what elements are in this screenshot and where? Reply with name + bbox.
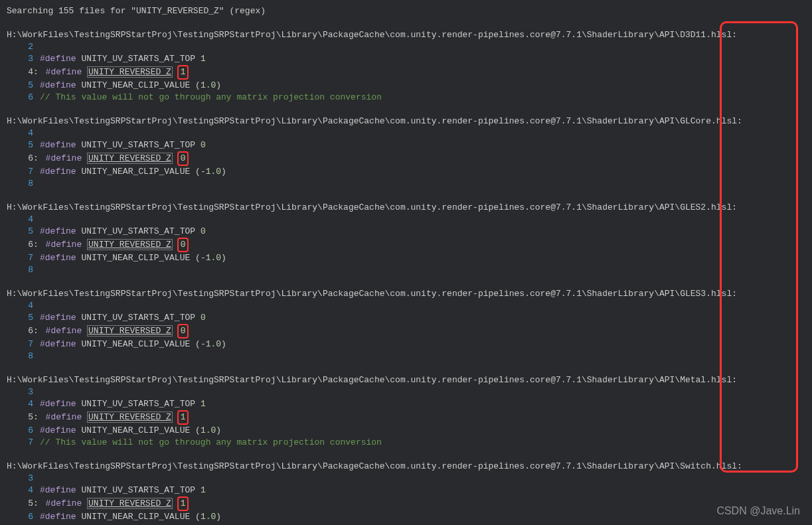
- line-number: 4: [7, 214, 33, 226]
- define-identifier: UNITY_REVERSED_Z: [87, 239, 173, 250]
- define-identifier: UNITY_NEAR_CLIP_VALUE: [81, 425, 190, 435]
- define-identifier: UNITY_UV_STARTS_AT_TOP: [81, 485, 195, 495]
- match-indicator: :: [33, 153, 44, 163]
- line-number: 3: [7, 53, 33, 65]
- line-number: 7: [7, 166, 33, 178]
- annotation-box-value: 0: [177, 151, 189, 166]
- file-result-block: H:\WorkFiles\TestingSRPStartProj\Testing…: [7, 374, 812, 449]
- define-value: 0: [181, 326, 186, 336]
- match-indicator: :: [33, 67, 44, 77]
- line-number: 4: [7, 485, 33, 496]
- code-line[interactable]: 4: #define UNITY_REVERSED_Z 1: [7, 65, 812, 80]
- code-line[interactable]: 5#define UNITY_UV_STARTS_AT_TOP 0: [7, 139, 812, 151]
- file-path[interactable]: H:\WorkFiles\TestingSRPStartProj\Testing…: [7, 115, 812, 127]
- define-identifier: UNITY_REVERSED_Z: [87, 325, 173, 337]
- annotation-box-value: 1: [177, 496, 189, 511]
- preprocessor-keyword: #define: [40, 339, 76, 349]
- define-value: 0: [201, 140, 206, 150]
- code-line[interactable]: 8: [7, 350, 812, 362]
- code-line[interactable]: 5#define UNITY_NEAR_CLIP_VALUE (1.0): [7, 80, 812, 92]
- file-path[interactable]: H:\WorkFiles\TestingSRPStartProj\Testing…: [7, 29, 812, 41]
- annotation-box-value: 0: [177, 324, 189, 338]
- line-number: 7: [7, 338, 33, 350]
- line-number: 4: [7, 127, 33, 139]
- annotation-box-value: 1: [177, 410, 189, 425]
- line-number: 5: [7, 139, 33, 151]
- code-line[interactable]: 8: [7, 264, 812, 276]
- preprocessor-keyword: #define: [46, 67, 82, 77]
- define-value: 1.0: [206, 253, 221, 263]
- code-line[interactable]: 5#define UNITY_UV_STARTS_AT_TOP 0: [7, 226, 812, 238]
- define-identifier: UNITY_REVERSED_Z: [87, 412, 173, 423]
- code-line[interactable]: 7#define UNITY_NEAR_CLIP_VALUE (-1.0): [7, 338, 812, 350]
- line-number: 8: [7, 350, 33, 362]
- preprocessor-keyword: #define: [40, 80, 76, 90]
- code-line[interactable]: 4#define UNITY_UV_STARTS_AT_TOP 1: [7, 398, 812, 410]
- code-line[interactable]: 5#define UNITY_UV_STARTS_AT_TOP 0: [7, 312, 812, 324]
- code-line[interactable]: 7#define UNITY_NEAR_CLIP_VALUE (-1.0): [7, 166, 812, 178]
- code-line[interactable]: 5: #define UNITY_REVERSED_Z 1: [7, 496, 812, 511]
- line-number: 8: [7, 264, 33, 276]
- code-line[interactable]: 3: [7, 473, 812, 485]
- preprocessor-keyword: #define: [40, 253, 76, 263]
- code-line[interactable]: 6// This value will not go through any m…: [7, 92, 812, 104]
- code-line[interactable]: 5: #define UNITY_REVERSED_Z 1: [7, 410, 812, 425]
- define-identifier: UNITY_UV_STARTS_AT_TOP: [81, 140, 195, 150]
- define-identifier: UNITY_NEAR_CLIP_VALUE: [81, 253, 190, 263]
- code-line[interactable]: 3: [7, 386, 812, 398]
- line-number: 5: [7, 226, 33, 238]
- define-identifier: UNITY_REVERSED_Z: [87, 153, 173, 164]
- preprocessor-keyword: #define: [40, 512, 76, 522]
- define-identifier: UNITY_UV_STARTS_AT_TOP: [81, 313, 195, 323]
- comment-text: // This value will not go through any ma…: [40, 92, 382, 102]
- define-value: 0: [181, 240, 186, 250]
- define-identifier: UNITY_UV_STARTS_AT_TOP: [81, 399, 195, 409]
- define-value: 0: [181, 153, 186, 163]
- line-number: 4: [7, 66, 33, 78]
- code-line[interactable]: 6: #define UNITY_REVERSED_Z 0: [7, 324, 812, 338]
- match-indicator: :: [33, 498, 44, 508]
- define-value: 1.0: [201, 80, 216, 90]
- line-number: 6: [7, 153, 33, 165]
- preprocessor-keyword: #define: [40, 485, 76, 495]
- preprocessor-keyword: #define: [46, 326, 82, 336]
- file-path[interactable]: H:\WorkFiles\TestingSRPStartProj\Testing…: [7, 461, 812, 473]
- code-line[interactable]: 4: [7, 127, 812, 139]
- define-value: 1: [201, 399, 206, 409]
- code-line[interactable]: 4: [7, 300, 812, 312]
- code-line[interactable]: 4#define UNITY_UV_STARTS_AT_TOP 1: [7, 485, 812, 496]
- define-identifier: UNITY_UV_STARTS_AT_TOP: [81, 226, 195, 236]
- line-number: 6: [7, 511, 33, 523]
- code-line[interactable]: 6#define UNITY_NEAR_CLIP_VALUE (1.0): [7, 425, 812, 437]
- file-path[interactable]: H:\WorkFiles\TestingSRPStartProj\Testing…: [7, 288, 812, 300]
- code-line[interactable]: 6: #define UNITY_REVERSED_Z 0: [7, 151, 812, 166]
- code-line[interactable]: 7#define UNITY_NEAR_CLIP_VALUE (-1.0): [7, 252, 812, 264]
- code-line[interactable]: 3#define UNITY_UV_STARTS_AT_TOP 1: [7, 53, 812, 65]
- code-line[interactable]: 6#define UNITY_NEAR_CLIP_VALUE (1.0): [7, 511, 812, 523]
- file-path[interactable]: H:\WorkFiles\TestingSRPStartProj\Testing…: [7, 202, 812, 214]
- code-line[interactable]: 7// This value will not go through any m…: [7, 437, 812, 449]
- line-number: 2: [7, 41, 33, 53]
- file-path[interactable]: H:\WorkFiles\TestingSRPStartProj\Testing…: [7, 374, 812, 386]
- match-indicator: :: [33, 240, 44, 250]
- define-value: 0: [201, 226, 206, 236]
- preprocessor-keyword: #define: [40, 226, 76, 236]
- define-value: 1: [181, 498, 186, 508]
- code-line[interactable]: 4: [7, 214, 812, 226]
- code-line[interactable]: 6: #define UNITY_REVERSED_Z 0: [7, 238, 812, 252]
- preprocessor-keyword: #define: [40, 140, 76, 150]
- comment-text: // This value will not go through any ma…: [40, 437, 382, 447]
- line-number: 7: [7, 437, 33, 449]
- line-number: 6: [7, 325, 33, 337]
- define-value: 1: [201, 485, 206, 495]
- search-results-panel[interactable]: Searching 155 files for "UNITY_REVERSED_…: [0, 0, 812, 525]
- preprocessor-keyword: #define: [40, 425, 76, 435]
- code-line[interactable]: 8: [7, 178, 812, 190]
- line-number: 3: [7, 386, 33, 398]
- define-identifier: UNITY_NEAR_CLIP_VALUE: [81, 339, 190, 349]
- preprocessor-keyword: #define: [40, 399, 76, 409]
- define-identifier: UNITY_NEAR_CLIP_VALUE: [81, 512, 190, 522]
- line-number: 6: [7, 239, 33, 251]
- annotation-box-value: 1: [177, 65, 189, 80]
- code-line[interactable]: 2: [7, 41, 812, 53]
